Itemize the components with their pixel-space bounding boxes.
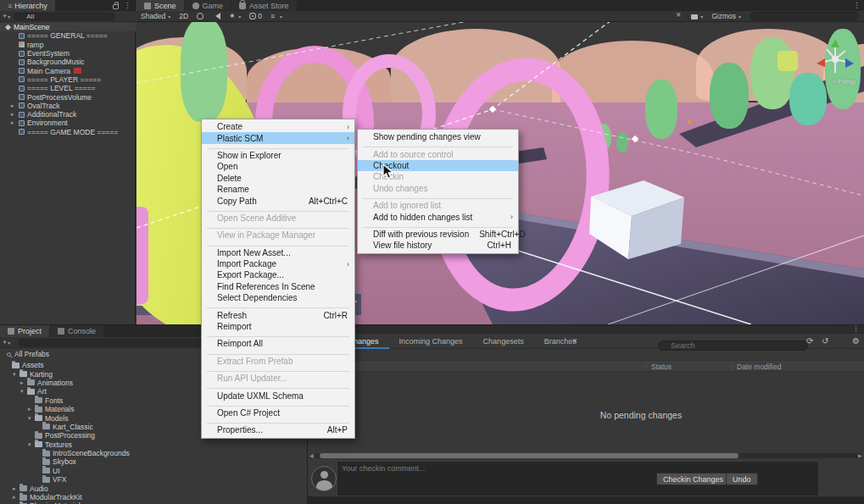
- menu-item[interactable]: Export Package...: [202, 269, 354, 280]
- menu-item[interactable]: [207, 419, 349, 424]
- expand-caret-icon[interactable]: [28, 406, 35, 413]
- menu-item[interactable]: Rename: [202, 184, 354, 195]
- shading-mode-dropdown[interactable]: Shaded: [137, 11, 175, 21]
- hierarchy-menu-icon[interactable]: ⋮: [124, 2, 131, 11]
- scene-visibility-toggle[interactable]: 0: [245, 11, 266, 21]
- menu-item[interactable]: Find References In Scene: [202, 281, 354, 292]
- 2d-toggle[interactable]: 2D: [175, 11, 192, 21]
- audio-toggle[interactable]: [208, 11, 225, 21]
- tool-settings-button[interactable]: [672, 11, 687, 21]
- create-plus-button[interactable]: +: [3, 338, 7, 346]
- view-tab[interactable]: Game: [185, 0, 231, 11]
- expand-caret-icon[interactable]: [28, 441, 35, 448]
- folder-row[interactable]: Fonts: [0, 396, 153, 405]
- menu-item[interactable]: Open C# Project: [202, 407, 354, 418]
- menu-item[interactable]: Diff with previous revision Shift+Ctrl+D: [358, 229, 518, 240]
- menu-item[interactable]: [207, 242, 349, 246]
- expand-caret-icon[interactable]: [28, 415, 35, 422]
- menu-item[interactable]: Reimport All: [202, 338, 354, 349]
- menu-item[interactable]: [363, 224, 513, 228]
- menu-item[interactable]: Reimport: [202, 321, 354, 332]
- perspective-label[interactable]: < Persp: [832, 78, 856, 86]
- menu-item[interactable]: View in Package Manager: [202, 230, 354, 241]
- hierarchy-item[interactable]: OvalTrack: [0, 102, 136, 110]
- menu-item[interactable]: Open: [202, 161, 354, 172]
- hierarchy-item[interactable]: ramp: [0, 41, 136, 49]
- folder-row[interactable]: Textures: [0, 440, 153, 449]
- menu-item[interactable]: Plastic SCM: [202, 132, 354, 143]
- expand-caret-icon[interactable]: [13, 485, 20, 492]
- undo-button[interactable]: Undo: [726, 473, 758, 485]
- menu-item[interactable]: Add to source control: [358, 148, 518, 159]
- folder-row[interactable]: Assets: [0, 361, 153, 369]
- hierarchy-item[interactable]: ===== GENERAL =====: [0, 31, 136, 40]
- expand-caret-icon[interactable]: [13, 371, 20, 378]
- menu-item[interactable]: Import Package: [202, 258, 354, 269]
- menu-item[interactable]: Run API Updater...: [202, 373, 354, 384]
- folder-row[interactable]: PostProcessing: [0, 431, 153, 440]
- menu-item[interactable]: Show pending changes view: [358, 131, 518, 142]
- menu-item[interactable]: Delete: [202, 173, 354, 184]
- menu-item[interactable]: Extract From Prefab: [202, 356, 354, 367]
- menu-item[interactable]: Add to hidden changes list: [358, 211, 518, 222]
- menu-item[interactable]: [363, 143, 513, 147]
- menu-item[interactable]: Select Dependencies: [202, 292, 354, 303]
- hierarchy-item[interactable]: Environment: [0, 119, 136, 127]
- menu-item[interactable]: [207, 402, 349, 407]
- column-status[interactable]: Status: [651, 363, 672, 371]
- horizontal-scrollbar[interactable]: [315, 453, 861, 458]
- expand-caret-icon[interactable]: [0, 24, 5, 30]
- menu-item[interactable]: [207, 333, 349, 337]
- gizmos-dropdown[interactable]: Gizmos: [707, 11, 745, 21]
- view-tab[interactable]: Asset Store: [231, 0, 297, 11]
- menu-item[interactable]: Create: [202, 121, 354, 132]
- menu-item[interactable]: Refresh Ctrl+R: [202, 309, 354, 320]
- menu-item[interactable]: Open Scene Additive: [202, 213, 354, 224]
- column-date-modified[interactable]: Date modified: [737, 363, 781, 371]
- expand-caret-icon[interactable]: [11, 102, 19, 109]
- plastic-menu-icon[interactable]: ⋮: [852, 325, 860, 333]
- scene-menu-icon[interactable]: ⋮: [853, 2, 861, 9]
- hierarchy-item[interactable]: EventSystem: [0, 49, 136, 58]
- menu-item[interactable]: Add to ignored list: [358, 200, 518, 211]
- menu-item[interactable]: [207, 368, 349, 372]
- hierarchy-item[interactable]: ===== LEVEL =====: [0, 84, 136, 92]
- expand-caret-icon[interactable]: [20, 379, 27, 386]
- menu-item[interactable]: Undo changes: [358, 183, 518, 194]
- scroll-left-arrow-icon[interactable]: ◀: [309, 453, 314, 458]
- folder-row[interactable]: Karting: [0, 369, 153, 378]
- gear-icon[interactable]: ⚙: [852, 336, 860, 346]
- panel-tab[interactable]: Console: [50, 325, 103, 337]
- menu-item[interactable]: Update UXML Schema: [202, 390, 354, 401]
- menu-item[interactable]: [363, 195, 513, 199]
- lighting-toggle[interactable]: [192, 11, 208, 21]
- favorite-all-prefabs[interactable]: All Prefabs: [2, 350, 153, 358]
- folder-row[interactable]: IntroSceneBackgrounds: [0, 449, 153, 457]
- panel-tab[interactable]: Project: [0, 325, 49, 337]
- tab-hierarchy[interactable]: Hierarchy: [0, 0, 55, 11]
- menu-item[interactable]: Copy Path Alt+Ctrl+C: [202, 195, 354, 206]
- grid-dropdown[interactable]: [266, 11, 287, 21]
- refresh-icon[interactable]: ⟳: [806, 336, 813, 346]
- create-plus-button[interactable]: +: [3, 12, 7, 20]
- menu-item[interactable]: [207, 304, 349, 308]
- plastic-tab[interactable]: Changesets: [473, 334, 534, 349]
- plastic-search-input[interactable]: [658, 341, 808, 351]
- expand-caret-icon[interactable]: [20, 388, 27, 395]
- menu-item[interactable]: [207, 224, 349, 229]
- plastic-tab[interactable]: Incoming Changes: [389, 334, 473, 349]
- folder-row[interactable]: VFX: [0, 475, 153, 484]
- folder-row[interactable]: UI: [0, 467, 153, 475]
- expand-caret-icon[interactable]: [13, 494, 20, 501]
- folder-row[interactable]: Art: [0, 387, 153, 396]
- chevron-down-icon[interactable]: ▾: [8, 14, 10, 19]
- view-tab[interactable]: Scene: [137, 0, 184, 11]
- checkin-changes-button[interactable]: Checkin Changes: [656, 473, 730, 485]
- scene-search-input[interactable]: [750, 12, 859, 20]
- expand-caret-icon[interactable]: [11, 111, 19, 118]
- menu-item[interactable]: [207, 145, 349, 149]
- folder-row[interactable]: Materials: [0, 405, 153, 413]
- menu-item[interactable]: [207, 385, 349, 389]
- menu-item[interactable]: View file history Ctrl+H: [358, 240, 518, 251]
- menu-item[interactable]: [207, 208, 349, 212]
